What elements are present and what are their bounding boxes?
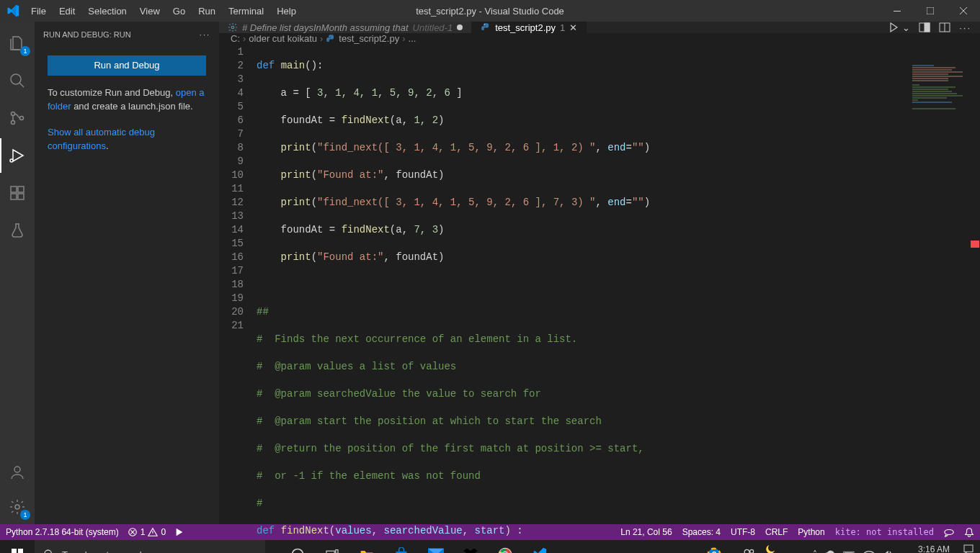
minimize-button[interactable] <box>881 0 914 22</box>
svg-point-6 <box>10 159 13 162</box>
svg-point-23 <box>45 550 51 553</box>
show-configs-link[interactable]: Show all automatic debug configurations <box>48 127 155 152</box>
layout-icon[interactable] <box>939 22 950 33</box>
menu-run[interactable]: Run <box>192 3 221 19</box>
svg-point-3 <box>12 112 15 116</box>
badge: 1 <box>20 510 30 520</box>
microsoft-store-icon[interactable] <box>386 540 416 553</box>
svg-rect-10 <box>18 194 24 199</box>
svg-text:?: ? <box>712 550 717 553</box>
svg-point-11 <box>14 467 20 472</box>
breadcrumb-item: C: <box>231 33 240 44</box>
start-button[interactable] <box>0 540 35 553</box>
tab-test-script2[interactable]: test_script2.py 1 ✕ <box>472 22 587 33</box>
more-icon[interactable]: ··· <box>959 22 971 33</box>
svg-point-14 <box>484 24 485 24</box>
testing-icon[interactable] <box>0 213 35 248</box>
tab-suffix: 1 <box>560 22 565 33</box>
task-view-icon[interactable] <box>317 540 347 553</box>
source-control-icon[interactable] <box>0 101 35 135</box>
split-editor-icon[interactable] <box>919 22 930 33</box>
sidebar: RUN AND DEBUG: RUN ··· Run and Debug To … <box>35 22 219 524</box>
menu-selection[interactable]: Selection <box>82 3 132 19</box>
menu-help[interactable]: Help <box>271 3 302 19</box>
svg-point-24 <box>293 549 303 554</box>
tab-untitled[interactable]: # Define list daysInMonth assuming that … <box>219 22 472 33</box>
svg-point-5 <box>20 117 24 120</box>
menu-bar: File Edit Selection View Go Run Terminal… <box>25 3 302 19</box>
svg-rect-26 <box>336 550 338 553</box>
svg-point-40 <box>750 549 754 553</box>
run-and-debug-button[interactable]: Run and Debug <box>48 55 206 76</box>
sidebar-text: Show all automatic debug configurations. <box>48 125 206 153</box>
editor-area: # Define list daysInMonth assuming that … <box>219 22 980 524</box>
mail-icon[interactable] <box>421 540 451 553</box>
status-problems[interactable]: 1 0 <box>128 527 166 537</box>
search-placeholder: Type here to search <box>62 549 145 554</box>
wifi-icon[interactable] <box>863 549 875 553</box>
menu-go[interactable]: Go <box>167 3 191 19</box>
scrollbar[interactable] <box>970 63 980 523</box>
accounts-icon[interactable] <box>0 455 35 490</box>
line-gutter: 123456789101112131415161718192021 <box>219 45 257 553</box>
code-lines[interactable]: def main(): a = [ 3, 1, 4, 1, 5, 9, 2, 6… <box>257 45 980 553</box>
onedrive-icon[interactable] <box>824 550 836 553</box>
action-center-icon[interactable]: 1 <box>963 544 974 553</box>
chrome-icon[interactable] <box>490 540 520 553</box>
people-icon[interactable] <box>734 540 764 553</box>
svg-rect-19 <box>12 549 17 553</box>
cortana-icon[interactable] <box>282 540 313 553</box>
vscode-taskbar-icon[interactable] <box>525 540 555 553</box>
svg-rect-16 <box>925 23 930 32</box>
file-explorer-icon[interactable] <box>352 540 382 553</box>
menu-view[interactable]: View <box>134 3 166 19</box>
svg-rect-7 <box>11 186 17 192</box>
battery-icon[interactable] <box>843 550 856 553</box>
run-debug-icon[interactable] <box>0 138 35 173</box>
sidebar-title: RUN AND DEBUG: RUN <box>43 30 131 39</box>
python-file-icon <box>481 22 491 32</box>
tab-label: test_script2.py <box>495 22 556 33</box>
kite-icon[interactable] <box>174 527 184 537</box>
menu-terminal[interactable]: Terminal <box>223 3 270 19</box>
search-icon <box>43 549 55 553</box>
search-icon[interactable] <box>0 63 35 98</box>
minimap[interactable] <box>912 65 970 108</box>
svg-rect-8 <box>18 186 24 192</box>
system-tray[interactable]: 30°F Clear ˄ 3:16 AM 11/28/2021 1 <box>764 543 980 553</box>
svg-point-12 <box>15 505 19 509</box>
clock[interactable]: 3:16 AM 11/28/2021 <box>901 545 956 553</box>
tab-label: # Define list daysInMonth assuming that <box>242 22 409 33</box>
close-tab-icon[interactable]: ✕ <box>569 22 577 33</box>
breadcrumb-item: test_script2.py <box>339 33 399 44</box>
tab-suffix: Untitled-1 <box>413 22 453 33</box>
run-icon[interactable] <box>888 22 899 33</box>
explorer-icon[interactable]: 1 <box>0 26 35 60</box>
dirty-indicator-icon <box>457 24 463 30</box>
dropbox-icon[interactable] <box>455 540 486 553</box>
close-button[interactable] <box>947 0 980 22</box>
chevron-down-icon[interactable]: ⌄ <box>902 22 910 33</box>
window-title: test_script2.py - Visual Studio Code <box>416 6 564 17</box>
extensions-icon[interactable] <box>0 176 35 210</box>
weather-widget[interactable]: 30°F Clear <box>764 543 806 553</box>
help-icon[interactable]: ? <box>699 540 729 553</box>
settings-gear-icon[interactable]: 1 <box>0 490 35 524</box>
windows-taskbar: Type here to search ? 30°F Clear ˄ 3:16 … <box>0 540 980 553</box>
badge: 1 <box>20 46 30 56</box>
svg-rect-0 <box>894 11 901 12</box>
moon-icon <box>764 543 777 553</box>
menu-edit[interactable]: Edit <box>53 3 81 19</box>
svg-point-4 <box>12 121 15 125</box>
taskbar-search[interactable]: Type here to search <box>35 540 265 553</box>
volume-icon[interactable] <box>882 549 894 553</box>
menu-file[interactable]: File <box>25 3 52 19</box>
gear-icon <box>228 22 238 32</box>
breadcrumb-item: older cut koikatu <box>249 33 317 44</box>
breadcrumb[interactable]: C:› older cut koikatu› test_script2.py› … <box>219 33 980 44</box>
maximize-button[interactable] <box>914 0 947 22</box>
more-icon[interactable]: ··· <box>200 30 210 39</box>
status-python[interactable]: Python 2.7.18 64-bit (system) <box>6 527 119 537</box>
code-editor[interactable]: 123456789101112131415161718192021 def ma… <box>219 44 980 553</box>
chevron-up-icon[interactable]: ˄ <box>813 549 817 553</box>
